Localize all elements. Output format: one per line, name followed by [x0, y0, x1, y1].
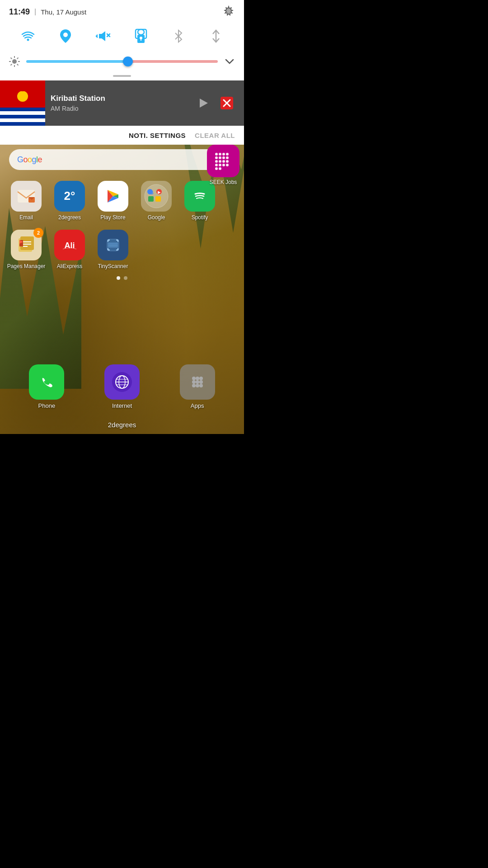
play-store-app-item[interactable]: Play Store — [91, 177, 135, 223]
pages-manager-app-item[interactable]: 2 Pages Manager — [5, 226, 48, 272]
svg-point-39 — [192, 377, 196, 380]
wifi-toggle[interactable] — [18, 26, 38, 46]
aliexpress-label: AliExpress — [57, 263, 83, 270]
svg-line-86 — [11, 58, 12, 59]
svg-line-88 — [17, 58, 19, 59]
seek-jobs-item[interactable]: SEEK Jobs — [207, 145, 239, 185]
carrier-label: 2degrees — [0, 418, 244, 434]
svg-point-55 — [226, 156, 229, 159]
apps-drawer-icon — [180, 364, 215, 400]
email-label: Email — [19, 214, 33, 222]
notification-panel: 11:49 | Thu, 17 August — [0, 0, 244, 145]
page-dot-2 — [124, 276, 127, 280]
app-grid: Email 2° 2degrees — [0, 173, 244, 272]
brightness-slider[interactable] — [26, 60, 218, 63]
brightness-icon — [8, 55, 21, 68]
svg-point-48 — [215, 153, 218, 156]
internet-dock-label: Internet — [112, 402, 132, 409]
svg-line-78 — [175, 36, 178, 39]
svg-point-62 — [222, 164, 225, 166]
status-divider: | — [34, 8, 36, 16]
page-indicators — [0, 272, 244, 283]
svg-line-79 — [175, 33, 178, 36]
apps-drawer-item[interactable]: Apps — [180, 364, 215, 409]
svg-point-49 — [219, 153, 221, 156]
clear-all-button[interactable]: CLEAR ALL — [195, 132, 235, 139]
settings-icon[interactable] — [222, 5, 235, 18]
apps-drawer-label: Apps — [191, 402, 204, 409]
google-folder-icon: G ▶ — [141, 181, 172, 212]
2degrees-label: 2degrees — [58, 214, 81, 222]
seek-jobs-label: SEEK Jobs — [210, 179, 237, 185]
svg-point-65 — [219, 167, 221, 170]
kiribati-flag — [0, 80, 45, 126]
svg-point-53 — [219, 156, 221, 159]
close-button[interactable] — [217, 93, 237, 113]
internet-icon — [104, 364, 140, 400]
svg-rect-95 — [0, 118, 45, 122]
location-toggle[interactable] — [56, 26, 75, 46]
aliexpress-icon: Ali — [54, 230, 85, 260]
svg-rect-96 — [0, 122, 45, 126]
svg-point-63 — [226, 164, 229, 166]
svg-point-52 — [215, 156, 218, 159]
svg-point-64 — [215, 167, 218, 170]
svg-point-40 — [196, 377, 199, 380]
tinyscanner-label: TinyScanner — [98, 263, 128, 270]
pages-manager-label: Pages Manager — [7, 263, 46, 270]
brightness-thumb[interactable] — [123, 57, 133, 66]
status-date: Thu, 17 August — [41, 8, 86, 16]
notification-footer: NOTI. SETTINGS CLEAR ALL — [0, 126, 244, 145]
svg-point-51 — [226, 153, 229, 156]
phone-dock-item[interactable]: Phone — [29, 364, 64, 409]
svg-point-17 — [191, 187, 209, 205]
svg-point-91 — [17, 91, 28, 102]
svg-rect-31 — [108, 246, 118, 247]
svg-point-59 — [226, 160, 229, 163]
svg-point-57 — [219, 160, 221, 163]
aliexpress-app-item[interactable]: Ali AliExpress — [48, 226, 91, 272]
svg-rect-14 — [155, 196, 161, 202]
svg-point-67 — [27, 39, 29, 41]
svg-line-89 — [11, 64, 12, 66]
app-row-1: Email 2° 2degrees — [5, 177, 239, 223]
svg-marker-97 — [200, 99, 208, 108]
svg-text:2°: 2° — [64, 189, 75, 203]
svg-point-50 — [222, 153, 225, 156]
play-store-label: Play Store — [100, 214, 125, 222]
svg-rect-30 — [108, 245, 118, 245]
email-app-item[interactable]: Email — [5, 177, 48, 223]
expand-icon[interactable] — [223, 55, 236, 68]
svg-point-32 — [37, 372, 56, 392]
noti-settings-button[interactable]: NOTI. SETTINGS — [129, 132, 186, 139]
status-time: 11:49 — [9, 7, 30, 17]
app-row-2: 2 Pages Manager — [5, 226, 239, 272]
svg-point-58 — [222, 160, 225, 163]
google-search-bar[interactable]: Google — [9, 149, 235, 170]
status-bar: 11:49 | Thu, 17 August — [0, 0, 244, 22]
screen-lock-toggle[interactable] — [131, 26, 151, 46]
status-left: 11:49 | Thu, 17 August — [9, 7, 86, 17]
tinyscanner-app-item[interactable]: TinyScanner — [91, 226, 135, 272]
notification-subtitle: AM Radio — [51, 105, 188, 112]
internet-dock-item[interactable]: Internet — [104, 364, 140, 409]
quick-settings-row — [0, 22, 244, 52]
bluetooth-toggle[interactable] — [169, 26, 188, 46]
notification-card[interactable]: Kiribati Station AM Radio — [0, 80, 244, 126]
mute-toggle[interactable] — [93, 26, 113, 46]
svg-rect-94 — [0, 115, 45, 118]
svg-point-56 — [215, 160, 218, 163]
svg-point-44 — [199, 380, 203, 384]
data-transfer-toggle[interactable] — [206, 26, 226, 46]
google-folder-label: Google — [148, 214, 165, 222]
svg-point-61 — [219, 164, 221, 166]
svg-point-47 — [199, 384, 203, 387]
svg-point-45 — [192, 384, 196, 387]
google-logo: Google — [17, 155, 42, 165]
2degrees-app-item[interactable]: 2° 2degrees — [48, 177, 91, 223]
google-folder-item[interactable]: G ▶ Google — [135, 177, 178, 223]
dock: Phone Internet — [0, 360, 244, 418]
svg-point-60 — [215, 164, 218, 166]
notification-thumbnail — [0, 80, 45, 126]
play-button[interactable] — [193, 93, 213, 113]
